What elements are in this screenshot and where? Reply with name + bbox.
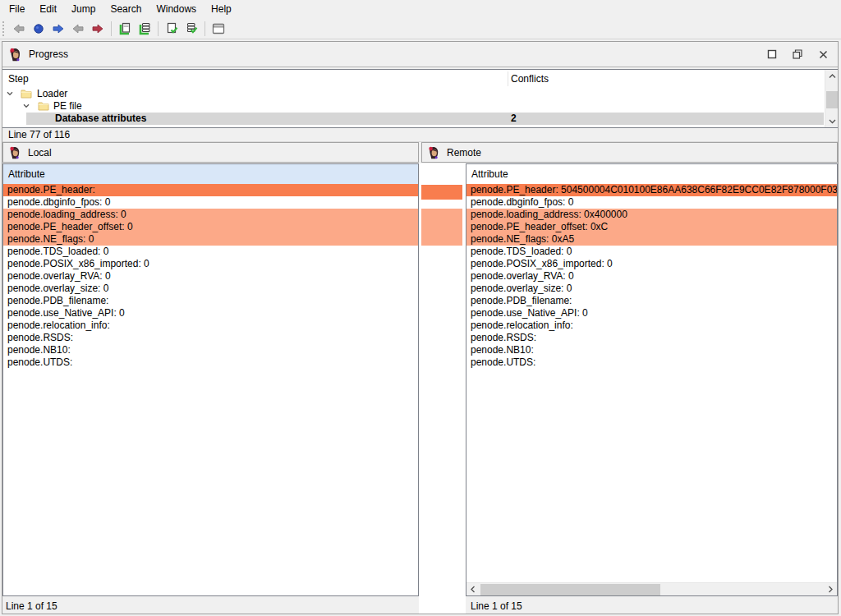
attribute-row[interactable]: penode.overlay_RVA: 0 [3,270,418,283]
menu-item[interactable]: Search [103,1,149,17]
conflict-gutter [419,163,466,614]
attribute-row[interactable]: penode.loading_address: 0 [3,209,418,221]
jump-forward-button[interactable] [88,20,108,38]
attribute-row[interactable]: penode.NE_flags: 0xA5 [466,233,837,246]
remote-column-header[interactable]: Attribute [466,164,837,184]
restore-button[interactable] [791,48,804,61]
attribute-row[interactable]: penode.RSDS: [466,332,837,344]
nav-forward-button[interactable] [48,20,68,38]
restore-icon [793,49,802,59]
attribute-text: penode.NB10: [7,344,71,356]
attribute-text: penode.PE_header_offset: 0 [7,221,133,232]
attribute-text: penode.overlay_size: 0 [471,283,572,294]
attribute-row[interactable]: penode.PDB_filename: [466,295,837,307]
attribute-text: penode.POSIX_x86_imported: 0 [7,258,149,269]
validate-database-button[interactable] [182,20,201,38]
menu-item[interactable]: Jump [64,1,103,17]
conflict-marker-selected[interactable] [421,185,462,200]
attribute-row[interactable]: penode.PDB_filename: [3,295,418,307]
attribute-text: penode.NB10: [471,344,534,356]
close-button[interactable] [816,48,830,61]
toolbar [0,18,841,39]
open-file-button[interactable] [115,20,135,38]
tree-column-conflicts[interactable]: Conflicts [511,73,549,85]
ida-pane-icon [427,146,440,159]
local-pane-titlebar[interactable]: Local [2,142,419,163]
jump-back-button[interactable] [68,20,88,38]
menu-item[interactable]: File [2,1,32,17]
local-status-line: Line 1 of 15 [6,600,57,613]
attribute-row[interactable]: penode.NB10: [466,344,837,356]
attribute-row[interactable]: penode.NB10: [3,344,418,356]
remote-pane-titlebar[interactable]: Remote [421,142,838,163]
menu-bar: FileEditJumpSearchWindowsHelp [0,0,841,18]
validate-file-button[interactable] [162,20,182,38]
attribute-text: penode.PE_header_offset: 0xC [471,221,608,232]
chevron-down-icon[interactable] [6,90,14,98]
attribute-row[interactable]: penode.NE_flags: 0 [3,233,418,246]
attribute-text: penode.overlay_size: 0 [7,283,108,294]
menu-item[interactable]: Help [204,1,239,17]
tree-scrollbar[interactable] [825,70,838,127]
remote-horizontal-scrollbar[interactable] [466,582,837,595]
ida-app-icon [8,48,22,62]
tree-row-pe-file[interactable]: PE file [2,100,824,113]
attribute-text: penode.use_Native_API: 0 [471,307,588,319]
scroll-down-icon[interactable] [825,115,839,127]
scroll-right-icon[interactable] [824,583,837,595]
attribute-row[interactable]: penode.overlay_size: 0 [3,283,418,295]
local-column-header[interactable]: Attribute [3,164,418,184]
document-check-icon [165,21,179,35]
attribute-row[interactable]: penode.TDS_loaded: 0 [466,246,837,258]
attribute-text: penode.use_Native_API: 0 [7,307,125,319]
tree-scrollbar-thumb[interactable] [826,91,838,108]
attribute-text: penode.RSDS: [471,332,536,343]
attribute-row[interactable]: penode.dbginfo_fpos: 0 [466,196,837,209]
attribute-row[interactable]: penode.relocation_info: [466,319,837,332]
attribute-row[interactable]: penode.PE_header: [3,184,418,196]
menu-item[interactable]: Windows [149,1,204,17]
tree-row-database-attributes[interactable]: Database attributes 2 [2,113,824,125]
chevron-down-icon[interactable] [22,102,30,110]
ida-pane-icon [8,146,21,159]
scroll-left-icon[interactable] [466,583,480,595]
stop-button[interactable] [29,20,48,38]
maximize-button[interactable] [765,48,779,61]
attribute-row[interactable]: penode.overlay_size: 0 [466,283,837,295]
attribute-row[interactable]: penode.PE_header_offset: 0xC [466,221,837,233]
progress-titlebar[interactable]: Progress [2,42,838,67]
nav-back-button[interactable] [9,20,29,38]
arrow-right-red-icon [91,22,104,35]
attribute-row[interactable]: penode.dbginfo_fpos: 0 [3,196,418,209]
conflict-marker-group[interactable] [421,209,462,246]
attribute-row[interactable]: penode.loading_address: 0x400000 [466,209,837,221]
attribute-text: penode.TDS_loaded: 0 [471,246,572,257]
toolbar-drag-handle-icon[interactable] [2,21,6,36]
attribute-row[interactable]: penode.use_Native_API: 0 [3,307,418,319]
attribute-row[interactable]: penode.POSIX_x86_imported: 0 [3,258,418,270]
attribute-row[interactable]: penode.overlay_RVA: 0 [466,270,837,283]
attribute-row[interactable]: penode.UTDS: [466,356,837,369]
attribute-text: penode.RSDS: [7,332,73,343]
new-window-button[interactable] [209,20,228,38]
menu-item[interactable]: Edit [32,1,64,17]
database-check-icon [185,21,199,35]
attribute-row[interactable]: penode.PE_header_offset: 0 [3,221,418,233]
attribute-row[interactable]: penode.TDS_loaded: 0 [3,246,418,258]
scroll-up-icon[interactable] [825,70,839,82]
tree-column-step[interactable]: Step [8,73,29,85]
attribute-row[interactable]: penode.use_Native_API: 0 [466,307,837,319]
attribute-text: penode.POSIX_x86_imported: 0 [471,258,613,269]
attribute-text: penode.relocation_info: [7,319,110,331]
attribute-row[interactable]: penode.POSIX_x86_imported: 0 [466,258,837,270]
local-pane-title: Local [28,147,52,159]
attribute-row[interactable]: penode.relocation_info: [3,319,418,332]
attribute-row[interactable]: penode.RSDS: [3,332,418,344]
remote-scrollbar-thumb[interactable] [480,584,660,595]
document-green-icon [118,21,132,35]
open-database-button[interactable] [135,20,154,38]
attribute-row[interactable]: penode.UTDS: [3,356,418,369]
attribute-row[interactable]: penode.PE_header: 504500004C010100E86AA6… [466,184,837,196]
tree-row-loader[interactable]: Loader [2,88,824,100]
attribute-text: penode.overlay_RVA: 0 [471,270,574,282]
